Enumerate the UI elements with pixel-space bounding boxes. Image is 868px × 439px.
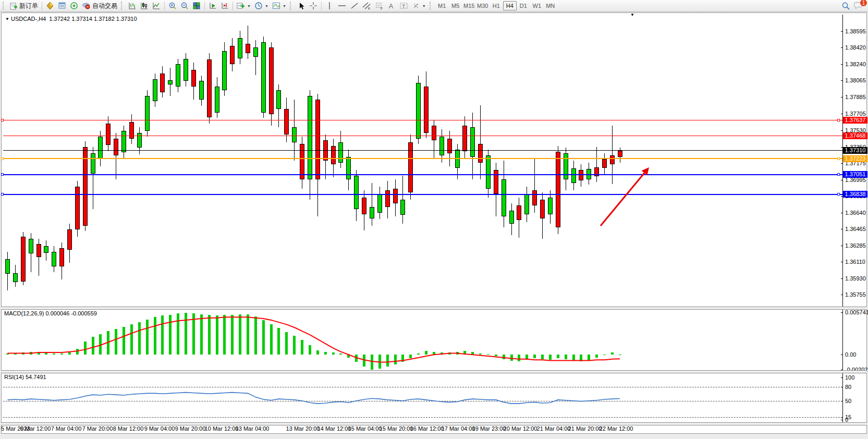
macd-histogram-bar bbox=[14, 353, 17, 355]
macd-histogram-bar bbox=[580, 355, 582, 361]
macd-label: MACD(12,26,9) 0.000046 -0.000559 bbox=[4, 310, 97, 316]
line-handle[interactable] bbox=[837, 193, 840, 196]
timeframe-m1[interactable]: M1 bbox=[435, 1, 449, 10]
candle bbox=[59, 248, 64, 267]
vertical-line-tool-button[interactable] bbox=[324, 1, 335, 11]
horizontal-line-tool-button[interactable] bbox=[336, 1, 348, 11]
candle bbox=[222, 51, 227, 90]
support-line-1[interactable] bbox=[3, 174, 842, 175]
pane-splitter-rsi[interactable] bbox=[1, 370, 867, 373]
candle-wick bbox=[480, 105, 481, 179]
line-handle[interactable] bbox=[837, 157, 840, 160]
navigator-button[interactable] bbox=[68, 1, 80, 11]
price-axis-label: 1.38420 bbox=[845, 44, 866, 51]
candle bbox=[253, 47, 258, 57]
candlestick-chart-button[interactable] bbox=[139, 1, 150, 11]
line-handle[interactable] bbox=[1, 173, 4, 176]
svg-text:T: T bbox=[402, 4, 405, 9]
candle bbox=[168, 80, 173, 85]
auto-scroll-button[interactable] bbox=[207, 1, 218, 11]
macd-histogram-bar bbox=[231, 315, 234, 355]
resistance-line-1[interactable] bbox=[3, 120, 842, 120]
timeframe-w1[interactable]: W1 bbox=[530, 1, 544, 10]
indicators-button[interactable]: ▼ bbox=[271, 1, 288, 11]
candle bbox=[400, 200, 405, 215]
macd-histogram-bar bbox=[479, 353, 482, 355]
candle bbox=[269, 47, 274, 114]
candle bbox=[315, 100, 320, 179]
macd-histogram-bar bbox=[208, 315, 211, 355]
toolbar-separator bbox=[233, 2, 233, 10]
line-handle[interactable] bbox=[1, 119, 4, 121]
price-axis-label: 1.38595 bbox=[845, 28, 866, 34]
line-handle[interactable] bbox=[1, 193, 4, 196]
macd-histogram-bar bbox=[84, 342, 87, 355]
new-order-button[interactable]: 新订单 bbox=[8, 1, 40, 11]
macd-histogram-bar bbox=[68, 352, 71, 355]
timeframe-m15[interactable]: M15 bbox=[462, 1, 476, 10]
support-line-2[interactable] bbox=[3, 194, 842, 195]
trendline-tool-button[interactable] bbox=[349, 1, 360, 11]
price-badge: 1.36838 bbox=[843, 191, 867, 198]
pane-splitter-macd[interactable] bbox=[1, 307, 867, 310]
macd-histogram-bar bbox=[130, 324, 133, 355]
time-axis-label: 9 Mar 04:00 bbox=[144, 425, 175, 432]
arrows-tool-button[interactable]: ▼ bbox=[410, 1, 427, 11]
rsi-axis-tick bbox=[841, 387, 843, 387]
collapse-icon[interactable]: ▼ bbox=[5, 17, 9, 21]
period-icon bbox=[254, 2, 263, 10]
macd-histogram-bar bbox=[603, 355, 606, 355]
zoom-out-button[interactable] bbox=[179, 1, 190, 11]
bid-price-line[interactable] bbox=[3, 150, 842, 151]
macd-histogram-bar bbox=[223, 315, 226, 355]
pane-splitter-timeline[interactable] bbox=[1, 422, 867, 425]
line-handle[interactable] bbox=[837, 119, 840, 121]
timeframe-mn[interactable]: MN bbox=[544, 1, 557, 10]
bar-chart-button[interactable] bbox=[127, 1, 138, 11]
text-tool-button[interactable]: A bbox=[386, 1, 397, 11]
line-handle[interactable] bbox=[1, 157, 4, 160]
candle bbox=[564, 153, 568, 179]
search-icon[interactable] bbox=[841, 2, 850, 10]
price-axis-tick bbox=[841, 180, 843, 180]
rsi-axis-tick bbox=[841, 420, 843, 420]
new-chart-button[interactable]: ▼ bbox=[235, 1, 252, 11]
macd-histogram-bar bbox=[363, 355, 365, 367]
macd-histogram-bar bbox=[270, 324, 273, 355]
time-axis-label: 13 Mar 04:00 bbox=[236, 425, 270, 432]
crosshair-tool-button[interactable] bbox=[308, 1, 319, 11]
line-chart-button[interactable] bbox=[151, 1, 162, 11]
cursor-tool-button[interactable] bbox=[296, 1, 307, 11]
data-window-button[interactable] bbox=[56, 1, 68, 11]
period-button[interactable]: ▼ bbox=[253, 1, 270, 11]
zoom-in-button[interactable] bbox=[167, 1, 178, 11]
channel-tool-button[interactable]: E bbox=[361, 1, 373, 11]
chart-shift-button[interactable] bbox=[219, 1, 230, 11]
timeframe-m30[interactable]: M30 bbox=[476, 1, 490, 10]
timeframe-m5[interactable]: M5 bbox=[449, 1, 462, 10]
timeframe-h1[interactable]: H1 bbox=[490, 1, 503, 10]
text-label-tool-button[interactable]: T bbox=[398, 1, 410, 11]
toolbar-grip[interactable] bbox=[290, 2, 294, 10]
candle bbox=[509, 211, 514, 224]
candle bbox=[486, 155, 491, 189]
fibonacci-icon: F bbox=[375, 2, 384, 10]
autotrade-button[interactable]: 自动交易 bbox=[80, 1, 119, 11]
chevron-down-icon: ▼ bbox=[247, 4, 251, 8]
tile-windows-button[interactable] bbox=[191, 1, 202, 11]
timeframe-d1[interactable]: D1 bbox=[517, 1, 530, 10]
price-axis-tick bbox=[841, 213, 843, 213]
macd-histogram-bar bbox=[471, 352, 474, 355]
resistance-line-2[interactable] bbox=[3, 136, 842, 136]
toolbar-grip[interactable] bbox=[3, 2, 6, 10]
timeframe-h4[interactable]: H4 bbox=[503, 1, 517, 10]
macd-histogram-bar bbox=[510, 355, 513, 360]
chart-shift-marker[interactable]: ▼ bbox=[630, 13, 634, 17]
toolbar-grip[interactable] bbox=[121, 2, 125, 10]
ohlc-values: 1.37242 1.37314 1.37182 1.37310 bbox=[49, 16, 137, 22]
pivot-line[interactable] bbox=[3, 158, 842, 159]
market-watch-button[interactable] bbox=[44, 1, 56, 11]
toolbar-grip[interactable] bbox=[430, 2, 433, 10]
line-handle[interactable] bbox=[837, 173, 840, 176]
fibonacci-tool-button[interactable]: F bbox=[373, 1, 385, 11]
